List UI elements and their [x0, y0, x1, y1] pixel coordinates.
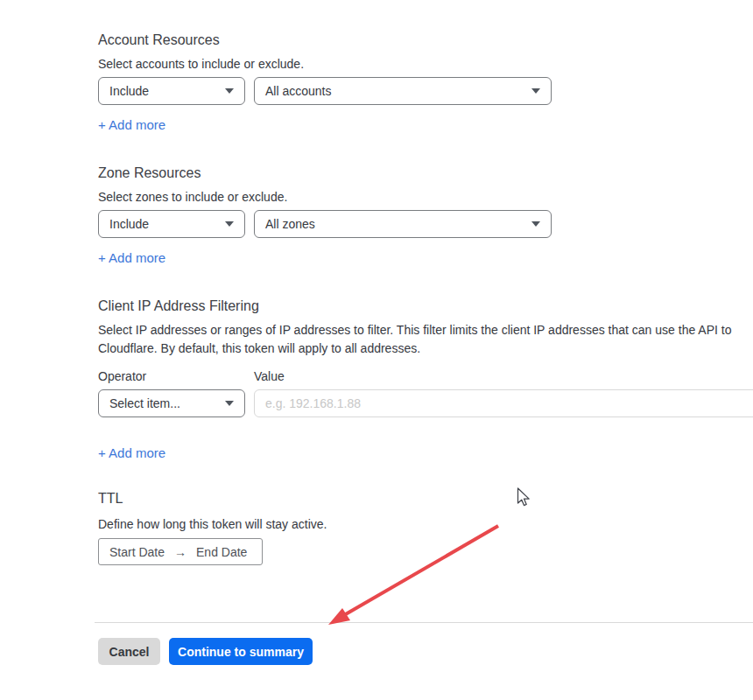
client-ip-filtering-section: Client IP Address Filtering Select IP ad…: [98, 298, 753, 461]
value-label: Value: [254, 369, 285, 384]
ttl-section: TTL Define how long this token will stay…: [98, 490, 327, 565]
client-ip-field-labels: Operator Value: [98, 369, 753, 384]
zone-resources-title: Zone Resources: [98, 164, 552, 182]
zone-scope-select-value: All zones: [265, 217, 315, 231]
account-resources-description: Select accounts to include or exclude.: [98, 56, 552, 72]
zone-resources-row: Include All zones: [98, 210, 552, 238]
chevron-down-icon: [531, 221, 540, 227]
account-include-select[interactable]: Include: [98, 77, 245, 105]
account-resources-row: Include All accounts: [98, 77, 552, 105]
client-ip-filtering-title: Client IP Address Filtering: [98, 298, 753, 315]
zone-include-select-value: Include: [109, 217, 149, 231]
mouse-cursor-icon: [517, 487, 531, 508]
account-resources-section: Account Resources Select accounts to inc…: [98, 32, 552, 133]
right-arrow-icon: →: [174, 545, 186, 559]
account-add-more-link[interactable]: + Add more: [98, 117, 165, 133]
zone-resources-section: Zone Resources Select zones to include o…: [98, 164, 552, 266]
ip-operator-select-value: Select item...: [109, 396, 180, 410]
chevron-down-icon: [225, 88, 234, 94]
account-include-select-value: Include: [109, 84, 149, 98]
zone-resources-description: Select zones to include or exclude.: [98, 189, 552, 205]
ip-value-input[interactable]: [254, 389, 753, 417]
ip-operator-select[interactable]: Select item...: [98, 389, 245, 417]
chevron-down-icon: [225, 401, 234, 406]
zone-scope-select[interactable]: All zones: [254, 210, 552, 238]
end-date-label: End Date: [196, 545, 247, 559]
account-resources-title: Account Resources: [98, 32, 552, 49]
account-scope-select-value: All accounts: [265, 84, 331, 98]
zone-include-select[interactable]: Include: [98, 210, 245, 238]
ttl-description: Define how long this token will stay act…: [98, 516, 327, 532]
footer-divider: [95, 622, 753, 623]
chevron-down-icon: [225, 221, 234, 227]
client-ip-controls-row: Select item...: [98, 389, 753, 417]
zone-add-more-link[interactable]: + Add more: [98, 250, 165, 266]
operator-label: Operator: [98, 369, 254, 384]
chevron-down-icon: [531, 88, 540, 94]
start-date-label: Start Date: [109, 545, 165, 559]
client-ip-description-line1: Select IP addresses or ranges of IP addr…: [98, 322, 753, 338]
ttl-title: TTL: [98, 490, 327, 508]
continue-to-summary-button[interactable]: Continue to summary: [169, 638, 313, 665]
account-scope-select[interactable]: All accounts: [254, 77, 552, 105]
client-ip-description-line2: Cloudflare. By default, this token will …: [98, 340, 753, 356]
ttl-date-range-button[interactable]: Start Date → End Date: [98, 538, 263, 565]
cancel-button[interactable]: Cancel: [98, 638, 160, 665]
client-ip-add-more-link[interactable]: + Add more: [98, 445, 165, 461]
